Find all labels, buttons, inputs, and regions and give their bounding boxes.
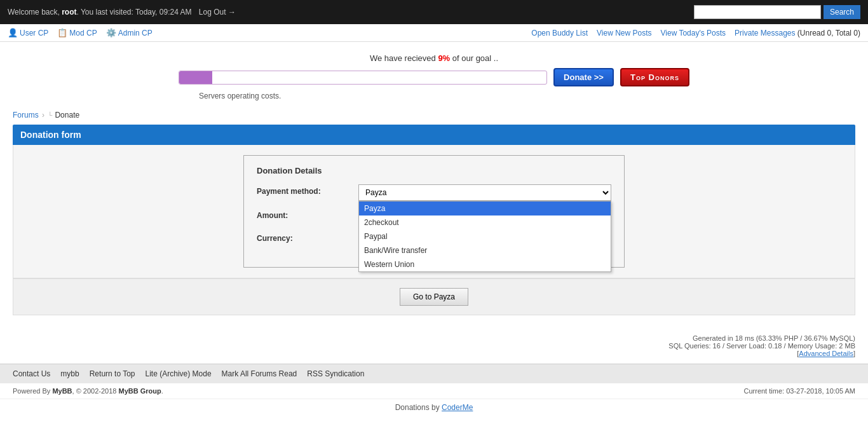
footer-rss-link[interactable]: RSS Syndication bbox=[307, 369, 364, 378]
goal-suffix: of our goal .. bbox=[450, 53, 498, 63]
payment-method-row: Payment method: Payza Payza 2checkout Pa… bbox=[257, 184, 611, 201]
currency-label: Currency: bbox=[257, 231, 358, 243]
dropdown-option-payza[interactable]: Payza bbox=[359, 202, 611, 216]
nav-bar: 👤 User CP 📋 Mod CP ⚙️ Admin CP Open Budd… bbox=[0, 24, 868, 42]
visited-text: . You last visited: Today, 09:24 AM bbox=[76, 8, 191, 17]
advanced-details-link[interactable]: Advanced Details bbox=[799, 350, 853, 357]
footer-info-advanced: [Advanced Details] bbox=[13, 350, 855, 357]
donation-details-legend: Donation Details bbox=[257, 166, 611, 175]
donations-by: Donations by CoderMe bbox=[0, 399, 868, 416]
mybb-group-link[interactable]: MyBB Group bbox=[118, 387, 161, 395]
powered-by: Powered By MyBB, © 2002-2018 MyBB Group.… bbox=[0, 383, 868, 399]
dropdown-option-bank[interactable]: Bank/Wire transfer bbox=[359, 243, 611, 257]
view-todays-posts-link[interactable]: View Today's Posts bbox=[661, 29, 726, 38]
goal-bar-row: Donate >> Top Donors bbox=[148, 68, 720, 86]
payment-method-label: Payment method: bbox=[257, 184, 358, 196]
breadcrumb: Forums › └Donate bbox=[0, 106, 868, 125]
logout-link[interactable]: Log Out → bbox=[199, 8, 236, 17]
footer-info-line2: SQL Queries: 16 / Server Load: 0.18 / Me… bbox=[13, 342, 855, 350]
goto-payza-button[interactable]: Go to Payza bbox=[400, 288, 468, 306]
donation-details-box: Donation Details Payment method: Payza P… bbox=[243, 155, 625, 268]
footer-contact-link[interactable]: Contact Us bbox=[13, 369, 50, 378]
donation-form-body: Donation Details Payment method: Payza P… bbox=[13, 145, 855, 278]
top-donors-button[interactable]: Top Donors bbox=[620, 68, 689, 86]
welcome-message: Welcome back, root. You last visited: To… bbox=[8, 8, 236, 17]
goal-prefix: We have recieved bbox=[370, 53, 438, 63]
footer-mark-read-link[interactable]: Mark All Forums Read bbox=[222, 369, 297, 378]
footer-links: Contact Us mybb Return to Top Lite (Arch… bbox=[0, 364, 868, 383]
breadcrumb-corner: └ bbox=[48, 112, 52, 119]
open-buddy-list-link[interactable]: Open Buddy List bbox=[531, 29, 588, 38]
footer-mybb-link[interactable]: mybb bbox=[60, 369, 79, 378]
pm-count: (Unread 0, Total 0) bbox=[797, 29, 860, 38]
goal-percent: 9% bbox=[438, 53, 450, 63]
admin-cp-link[interactable]: ⚙️ Admin CP bbox=[106, 28, 153, 38]
search-area: Search bbox=[694, 5, 860, 19]
payment-method-select[interactable]: Payza bbox=[358, 184, 611, 201]
payment-method-field: Payza Payza 2checkout Paypal Bank/Wire t… bbox=[358, 184, 611, 201]
footer-lite-mode-link[interactable]: Lite (Archive) Mode bbox=[146, 369, 212, 378]
dropdown-option-2checkout[interactable]: 2checkout bbox=[359, 216, 611, 229]
donation-form-header: Donation form bbox=[13, 125, 855, 145]
footer-info: Generated in 18 ms (63.33% PHP / 36.67% … bbox=[0, 328, 868, 364]
goal-text: We have recieved 9% of our goal .. bbox=[148, 53, 720, 63]
server-text: Servers operating costs. bbox=[148, 92, 720, 100]
donate-button[interactable]: Donate >> bbox=[553, 68, 614, 86]
donations-by-text: Donations by bbox=[395, 403, 442, 412]
amount-label: Amount: bbox=[257, 209, 358, 220]
right-nav: Open Buddy List View New Posts View Toda… bbox=[531, 29, 860, 38]
mod-icon: 📋 bbox=[57, 28, 67, 38]
top-bar: Welcome back, root. You last visited: To… bbox=[0, 0, 868, 24]
welcome-prefix: Welcome back, bbox=[8, 8, 62, 17]
goal-bar-container bbox=[179, 71, 547, 85]
goal-area: We have recieved 9% of our goal .. Donat… bbox=[148, 42, 720, 106]
admin-icon: ⚙️ bbox=[106, 28, 116, 38]
dropdown-option-western[interactable]: Western Union bbox=[359, 257, 611, 271]
search-button[interactable]: Search bbox=[824, 5, 860, 19]
goal-bar-fill bbox=[179, 71, 212, 84]
payment-method-dropdown: Payza 2checkout Paypal Bank/Wire transfe… bbox=[358, 201, 611, 272]
donation-section: Donation form Donation Details Payment m… bbox=[13, 125, 855, 315]
breadcrumb-current: Donate bbox=[55, 111, 79, 120]
private-messages: Private Messages (Unread 0, Total 0) bbox=[735, 29, 860, 38]
user-cp-link[interactable]: 👤 User CP bbox=[8, 28, 48, 38]
footer-info-line1: Generated in 18 ms (63.33% PHP / 36.67% … bbox=[13, 334, 855, 342]
search-input[interactable] bbox=[694, 5, 821, 19]
username: root bbox=[62, 8, 76, 17]
current-time-value: 03-27-2018, 10:05 AM bbox=[786, 387, 855, 395]
powered-by-text: Powered By MyBB, © 2002-2018 MyBB Group. bbox=[13, 387, 163, 395]
mod-cp-link[interactable]: 📋 Mod CP bbox=[57, 28, 97, 38]
dropdown-option-paypal[interactable]: Paypal bbox=[359, 229, 611, 243]
mybb-link[interactable]: MyBB bbox=[52, 387, 72, 395]
footer-return-top-link[interactable]: Return to Top bbox=[90, 369, 135, 378]
breadcrumb-separator: › bbox=[42, 111, 44, 120]
goto-btn-row: Go to Payza bbox=[13, 278, 855, 315]
view-new-posts-link[interactable]: View New Posts bbox=[597, 29, 651, 38]
user-icon: 👤 bbox=[8, 28, 18, 38]
forums-breadcrumb-link[interactable]: Forums bbox=[13, 111, 39, 120]
coderme-link[interactable]: CoderMe bbox=[442, 403, 473, 412]
left-nav: 👤 User CP 📋 Mod CP ⚙️ Admin CP bbox=[8, 28, 153, 38]
current-time: Current time: 03-27-2018, 10:05 AM bbox=[744, 387, 856, 395]
private-messages-link[interactable]: Private Messages bbox=[735, 29, 795, 38]
